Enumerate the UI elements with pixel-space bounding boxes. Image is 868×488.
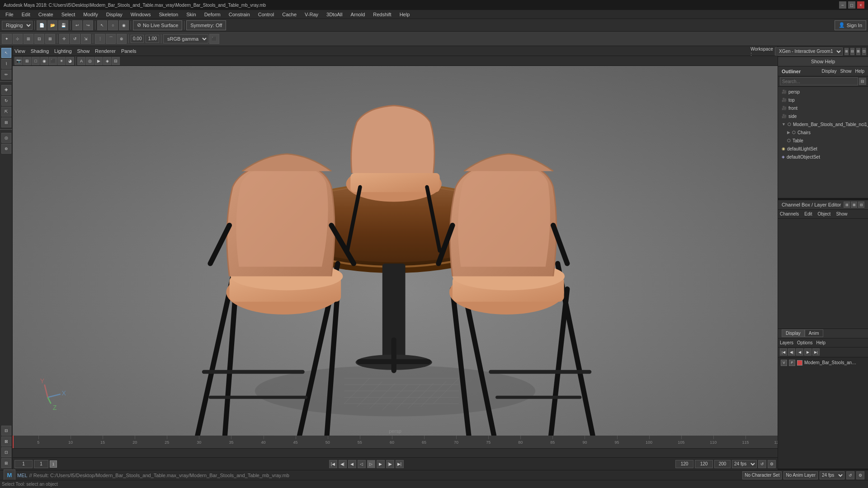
end-frame-input[interactable] (675, 460, 693, 468)
menu-edit[interactable]: Edit (18, 11, 34, 18)
layer-ctrl-2[interactable]: ◀| (788, 348, 795, 356)
workspace-btn-3[interactable]: ⊠ (856, 48, 860, 55)
viewport-menu-panels[interactable]: Panels (121, 48, 137, 54)
toolbar-file-new[interactable]: 📄 (37, 20, 47, 30)
show-menu[interactable]: Show (836, 211, 847, 216)
outliner-help-menu[interactable]: Help (855, 69, 864, 74)
toolbar-select[interactable]: ↖ (97, 20, 107, 30)
viewport-3d[interactable]: X Y Z persp (13, 66, 778, 436)
menu-control[interactable]: Control (255, 11, 278, 18)
scale-btn[interactable]: ⇲ (81, 34, 91, 44)
menu-modify[interactable]: Modify (80, 11, 101, 18)
menu-display[interactable]: Display (103, 11, 126, 18)
vp-light-btn[interactable]: ☀ (57, 57, 66, 65)
next-key-btn[interactable]: |▶ (386, 460, 394, 468)
universal-tool-btn[interactable]: ⊞ (1, 117, 11, 127)
current-frame-input[interactable] (34, 460, 48, 468)
edge-btn[interactable]: ⊞ (24, 34, 33, 44)
quick-layout-2[interactable]: ⊠ (1, 436, 11, 446)
start-frame-input[interactable] (14, 460, 33, 468)
outliner-filter-btn[interactable]: ⊟ (859, 78, 866, 85)
sign-in-button[interactable]: 👤 Sign In (835, 20, 866, 30)
no-anim-layer-btn[interactable]: No Anim Layer (783, 471, 818, 479)
workspace-btn-4[interactable]: ⊡ (862, 48, 866, 55)
soft-select-btn[interactable]: ◎ (1, 133, 11, 143)
jump-start-btn[interactable]: |◀ (329, 460, 337, 468)
toolbar-paint[interactable]: ◉ (119, 20, 129, 30)
object-menu[interactable]: Object (818, 211, 831, 216)
quick-layout-3[interactable]: ⊡ (1, 447, 11, 457)
vp-smooth-btn[interactable]: ◉ (40, 57, 48, 65)
vertex-btn[interactable]: ⊹ (13, 34, 23, 44)
menu-create[interactable]: Create (35, 11, 57, 18)
colorspace-toggle[interactable]: ⬛ (209, 34, 219, 44)
outliner-front[interactable]: 🎥 front (778, 104, 868, 112)
layer-item-model[interactable]: V P Modern_Bar_Stools_and_Table (779, 358, 867, 367)
vp-dof-btn[interactable]: ◈ (103, 57, 111, 65)
status-loop-btn[interactable]: ↺ (846, 471, 854, 479)
menu-windows[interactable]: Windows (127, 11, 155, 18)
workspace-btn-2[interactable]: ⊟ (850, 48, 854, 55)
vp-hud-btn[interactable]: ⊟ (112, 57, 120, 65)
outliner-model-root[interactable]: ▼ ⬡ Modern_Bar_Stools_and_Table_nci1_1 (778, 120, 868, 128)
layer-ctrl-4[interactable]: ▶ (804, 348, 811, 356)
toolbar-undo[interactable]: ↩ (72, 20, 82, 30)
vp-texture-btn[interactable]: ⬛ (49, 57, 57, 65)
menu-help[interactable]: Help (396, 11, 414, 18)
layer-v-button[interactable]: V (781, 360, 787, 366)
vp-wireframe-btn[interactable]: □ (32, 57, 40, 65)
playback-end-input[interactable] (714, 460, 731, 468)
quick-layout-1[interactable]: ⊟ (1, 426, 11, 436)
menu-cache[interactable]: Cache (278, 11, 300, 18)
layer-ctrl-3[interactable]: ◀ (796, 348, 803, 356)
outliner-show-menu[interactable]: Show (840, 69, 851, 74)
selection-tool-btn[interactable]: ↖ (1, 48, 11, 58)
show-help-button[interactable]: Show Help (778, 57, 868, 66)
colorspace-dropdown[interactable]: sRGB gamma (163, 34, 208, 43)
snap-curve[interactable]: ⌒ (106, 34, 116, 44)
outliner-persp[interactable]: 🎥 persp (778, 88, 868, 96)
lasso-tool-btn[interactable]: ⌇ (1, 59, 11, 69)
viewport-menu-shading[interactable]: Shading (31, 48, 49, 54)
close-button[interactable]: × (857, 1, 864, 9)
layer-ctrl-1[interactable]: |◀ (780, 348, 787, 356)
anim-tab[interactable]: Anim (805, 329, 823, 337)
symmetry-button[interactable]: Symmetry: Off (186, 20, 226, 30)
viewport-menu-renderer[interactable]: Renderer (95, 48, 116, 54)
toolbar-redo[interactable]: ↪ (83, 20, 93, 30)
rigging-dropdown[interactable]: Rigging (2, 21, 33, 30)
loop-btn[interactable]: ↺ (758, 460, 766, 468)
options-menu[interactable]: Options (797, 340, 812, 345)
quick-layout-4[interactable]: ⊞ (1, 458, 11, 468)
fps-dropdown[interactable]: 24 fps (732, 460, 757, 468)
outliner-side[interactable]: 🎥 side (778, 112, 868, 120)
vp-shadow-btn[interactable]: ◕ (66, 57, 74, 65)
menu-constrain[interactable]: Constrain (225, 11, 254, 18)
select-mode-btn[interactable]: ✦ (2, 34, 12, 44)
viewport-menu-lighting[interactable]: Lighting (54, 48, 72, 54)
menu-select[interactable]: Select (58, 11, 79, 18)
vp-aa-btn[interactable]: A (77, 57, 85, 65)
move-tool-btn[interactable]: ✚ (1, 85, 11, 95)
show-manip-btn[interactable]: ⊛ (1, 144, 11, 154)
fps-select[interactable]: 24 fps (820, 471, 844, 479)
outliner-obj-set[interactable]: ◈ defaultObjectSet (778, 153, 868, 161)
edit-menu[interactable]: Edit (804, 211, 812, 216)
menu-3dtoall[interactable]: 3DtoAll (323, 11, 346, 18)
vp-motion-btn[interactable]: ▶ (94, 57, 103, 65)
menu-skin[interactable]: Skin (183, 11, 199, 18)
outliner-top[interactable]: 🎥 top (778, 96, 868, 104)
step-back-btn[interactable]: ◀ (348, 460, 356, 468)
workspace-dropdown[interactable]: XGen - Interactive Groom1 (775, 47, 843, 56)
outliner-search-input[interactable] (780, 77, 858, 85)
outliner-light-set[interactable]: ◉ defaultLightSet (778, 145, 868, 153)
menu-file[interactable]: File (2, 11, 17, 18)
minimize-button[interactable]: − (839, 1, 846, 9)
layers-menu[interactable]: Layers (780, 340, 793, 345)
uvs-btn[interactable]: ⊠ (45, 34, 55, 44)
channels-menu[interactable]: Channels (780, 211, 799, 216)
outliner-display-menu[interactable]: Display (822, 69, 837, 74)
vp-camera-btn[interactable]: 📷 (14, 57, 23, 65)
play-fwd-btn[interactable]: ▷ (367, 460, 375, 468)
vp-grid-btn[interactable]: ⊞ (23, 57, 31, 65)
